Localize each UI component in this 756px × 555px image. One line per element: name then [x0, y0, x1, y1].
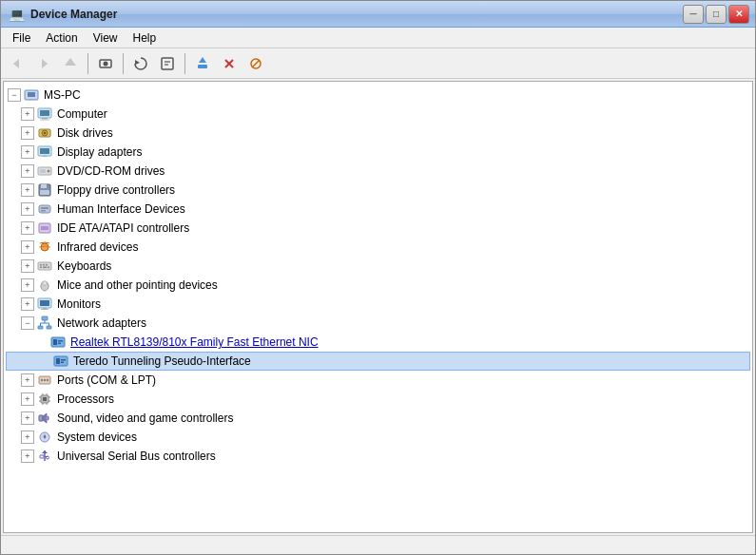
- infrared-expand[interactable]: +: [21, 240, 34, 254]
- tree-item-hid[interactable]: + Human Interface Devices: [4, 200, 752, 219]
- svg-rect-67: [61, 362, 64, 364]
- svg-line-14: [252, 60, 260, 67]
- computer-expand[interactable]: +: [21, 107, 34, 121]
- dvd-expand[interactable]: +: [21, 164, 34, 178]
- svg-rect-21: [40, 120, 49, 121]
- maximize-button[interactable]: □: [706, 5, 727, 24]
- svg-rect-82: [39, 415, 43, 421]
- network-expand[interactable]: −: [21, 316, 34, 330]
- keyboard-expand[interactable]: +: [21, 259, 34, 273]
- svg-marker-10: [199, 57, 206, 63]
- tree-item-sound[interactable]: + Sound, video and game controllers: [4, 409, 752, 428]
- mouse-label: Mice and other pointing devices: [57, 278, 218, 292]
- display-icon: [36, 144, 53, 160]
- svg-rect-54: [38, 326, 43, 329]
- toolbar-sep-2: [123, 53, 124, 74]
- svg-rect-65: [56, 358, 60, 364]
- monitors-expand[interactable]: +: [21, 297, 34, 311]
- tree-item-floppy[interactable]: + Floppy drive controllers: [4, 181, 752, 200]
- processors-expand[interactable]: +: [21, 392, 34, 406]
- svg-rect-66: [61, 359, 66, 361]
- tree-item-teredo[interactable]: Teredo Tunneling Pseudo-Interface: [6, 352, 750, 371]
- tree-item-usb[interactable]: + Universal Serial Bus controllers: [4, 447, 752, 466]
- svg-rect-52: [41, 309, 48, 310]
- tree-item-monitors[interactable]: + Monitors: [4, 295, 752, 314]
- title-bar-left: 💻 Device Manager: [9, 7, 117, 22]
- svg-rect-9: [198, 65, 207, 68]
- tree-item-infrared[interactable]: + Infrared devices: [4, 238, 752, 257]
- minimize-button[interactable]: ─: [683, 5, 704, 24]
- floppy-label: Floppy drive controllers: [57, 183, 175, 197]
- svg-rect-43: [46, 264, 48, 266]
- floppy-expand[interactable]: +: [21, 183, 34, 197]
- tree-item-keyboard[interactable]: + Keyboards: [4, 257, 752, 276]
- svg-rect-33: [40, 190, 49, 195]
- svg-rect-16: [28, 92, 35, 97]
- tree-item-processors[interactable]: + Processors: [4, 390, 752, 409]
- system-expand[interactable]: +: [21, 431, 34, 444]
- properties-button[interactable]: [155, 52, 180, 75]
- display-label: Display adapters: [57, 145, 142, 159]
- scan-button[interactable]: [128, 52, 153, 75]
- network-icon: [36, 316, 53, 331]
- menu-help[interactable]: Help: [126, 29, 165, 47]
- tree-root[interactable]: − MS-PC: [4, 86, 752, 105]
- usb-expand[interactable]: +: [21, 450, 34, 463]
- svg-point-4: [104, 61, 108, 66]
- menu-action[interactable]: Action: [38, 29, 85, 47]
- computer-label: Computer: [57, 107, 107, 121]
- tree-item-ports[interactable]: + Ports (COM & LPT): [4, 371, 752, 390]
- svg-rect-6: [162, 58, 173, 69]
- tree-item-computer[interactable]: + Computer: [4, 105, 752, 124]
- mouse-icon: [36, 278, 53, 293]
- tree-item-disk[interactable]: + Disk drives: [4, 124, 752, 143]
- tree-item-mouse[interactable]: + Mice and other pointing devices: [4, 276, 752, 295]
- disk-expand[interactable]: +: [21, 126, 34, 140]
- teredo-expand-placeholder: [37, 354, 50, 368]
- tree-item-ide[interactable]: + IDE ATA/ATAPI controllers: [4, 219, 752, 238]
- tree-item-dvd[interactable]: + DVD/CD-ROM drives: [4, 162, 752, 181]
- toolbar-sep-3: [184, 53, 185, 74]
- ide-expand[interactable]: +: [21, 221, 34, 235]
- hid-expand[interactable]: +: [21, 202, 34, 216]
- close-button[interactable]: ✕: [728, 5, 749, 24]
- tree-item-display[interactable]: + Display adapters: [4, 143, 752, 162]
- display-expand[interactable]: +: [21, 145, 34, 159]
- uninstall-button[interactable]: [217, 52, 242, 75]
- mouse-expand[interactable]: +: [21, 278, 34, 292]
- menu-file[interactable]: File: [5, 29, 38, 47]
- window-icon: 💻: [9, 7, 25, 22]
- system-label: System devices: [57, 431, 137, 444]
- tree-panel[interactable]: − MS-PC +: [3, 81, 753, 533]
- up-button[interactable]: [58, 52, 83, 75]
- svg-point-48: [43, 281, 47, 285]
- svg-rect-51: [43, 308, 47, 309]
- system-icon: [36, 430, 53, 445]
- svg-rect-63: [58, 343, 61, 345]
- forward-button[interactable]: [31, 52, 56, 75]
- ports-expand[interactable]: +: [21, 373, 34, 387]
- svg-rect-41: [40, 264, 42, 266]
- floppy-icon: [36, 182, 53, 198]
- svg-rect-55: [47, 326, 51, 329]
- svg-rect-53: [42, 316, 48, 320]
- tree-item-realtek[interactable]: Realtek RTL8139/810x Family Fast Etherne…: [4, 333, 752, 352]
- svg-rect-27: [43, 156, 47, 157]
- disable-button[interactable]: [243, 52, 268, 75]
- main-window: 💻 Device Manager ─ □ ✕ File Action View …: [0, 0, 756, 555]
- dvd-icon: [36, 163, 53, 179]
- sound-expand[interactable]: +: [21, 411, 34, 425]
- root-expand[interactable]: −: [8, 88, 21, 102]
- svg-marker-0: [13, 59, 19, 68]
- tree-item-system[interactable]: + System devices: [4, 428, 752, 447]
- menu-view[interactable]: View: [86, 29, 126, 47]
- update-driver-button[interactable]: [190, 52, 215, 75]
- back-button[interactable]: [5, 52, 29, 75]
- tree-item-network[interactable]: − Network adapters: [4, 314, 752, 333]
- svg-rect-32: [41, 184, 47, 188]
- svg-marker-85: [42, 450, 48, 453]
- svg-point-69: [41, 379, 43, 381]
- toolbar: [1, 48, 755, 79]
- show-hidden-button[interactable]: [93, 52, 118, 75]
- network-label: Network adapters: [57, 316, 146, 330]
